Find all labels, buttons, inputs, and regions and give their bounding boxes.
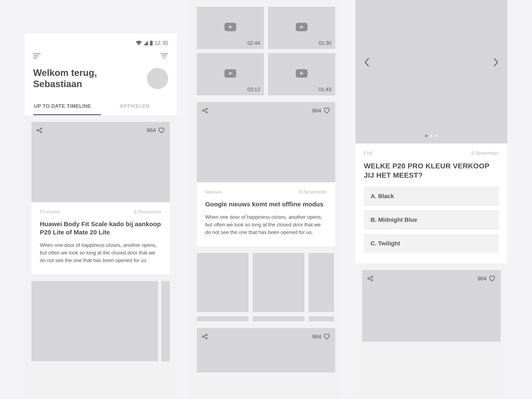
dot[interactable] — [425, 135, 428, 137]
video-tile[interactable]: 02:44 — [197, 7, 264, 49]
svg-line-31 — [369, 279, 372, 280]
status-bar: 12:30 — [33, 39, 168, 50]
svg-point-18 — [206, 108, 207, 109]
svg-line-21 — [204, 111, 206, 112]
avatar[interactable] — [147, 68, 168, 89]
signal-icon — [143, 41, 148, 45]
news-body: Nieuws 8 November Google nieuws komt met… — [197, 182, 335, 246]
news-image: 964 — [197, 102, 335, 182]
svg-point-17 — [202, 110, 204, 111]
share-icon[interactable] — [202, 334, 208, 340]
arrow-right-icon[interactable] — [493, 58, 499, 67]
carousel-dots — [425, 135, 438, 137]
thumb-strip — [197, 253, 335, 312]
thumb-partial[interactable] — [309, 253, 334, 312]
svg-line-26 — [204, 337, 206, 338]
extra-likes[interactable]: 964 — [312, 333, 330, 340]
poll-extra-image: 964 — [362, 270, 500, 342]
play-icon — [296, 23, 308, 31]
poll-card: Poll 8 November WELKE P20 PRO KLEUR VERK… — [355, 144, 507, 263]
svg-line-12 — [38, 131, 41, 132]
thumb[interactable] — [197, 253, 248, 312]
video-tile[interactable]: 01:43 — [268, 53, 335, 95]
welcome-line1: Welkom terug, — [33, 67, 97, 78]
poll-option-c[interactable]: C. Twilight — [364, 234, 499, 253]
svg-point-10 — [40, 131, 42, 133]
svg-point-19 — [206, 112, 207, 113]
video-time: 01:43 — [319, 87, 331, 92]
share-icon[interactable] — [367, 276, 373, 281]
phone-screen-3: Poll 8 November WELKE P20 PRO KLEUR VERK… — [355, 0, 507, 399]
svg-point-8 — [37, 130, 38, 131]
svg-line-20 — [204, 109, 206, 110]
promo-date: 8 November — [134, 209, 161, 215]
promo-likes[interactable]: 964 — [147, 127, 165, 134]
video-time: 01:30 — [319, 40, 331, 46]
news-card[interactable]: 964 Nieuws 8 November Google nieuws komt… — [197, 102, 335, 246]
promo-body: Promotie 8 November Huawei Body Fit Scal… — [32, 202, 170, 274]
wifi-icon — [136, 41, 142, 45]
topbar — [33, 50, 168, 63]
promo-card[interactable]: 964 Promotie 8 November Huawei Body Fit … — [32, 122, 170, 274]
news-category: Nieuws — [205, 189, 222, 195]
dot[interactable] — [435, 135, 438, 137]
arrow-left-icon[interactable] — [364, 58, 370, 67]
poll-date: 8 November — [471, 150, 499, 156]
news-date: 8 November — [299, 189, 327, 195]
video-time: 02:44 — [247, 40, 260, 46]
dot[interactable] — [430, 135, 433, 137]
poll-options: A. Black B. Midnight Blue C. Twilight — [364, 187, 499, 253]
share-icon[interactable] — [202, 108, 208, 114]
news-desc: When one door of happiness closes, anoth… — [205, 213, 327, 236]
video-tile[interactable]: 01:30 — [268, 7, 335, 49]
feed: 964 Promotie 8 November Huawei Body Fit … — [25, 115, 177, 368]
carousel — [355, 0, 507, 144]
welcome-text: Welkom terug, Sebastiaan — [33, 67, 97, 90]
tabs: UP TO DATE TIMELINE ARTIKELEN — [33, 98, 168, 115]
svg-point-23 — [206, 334, 207, 336]
status-time: 12:30 — [154, 40, 168, 46]
tab-timeline[interactable]: UP TO DATE TIMELINE — [33, 98, 101, 115]
svg-point-24 — [206, 338, 207, 339]
news-likes[interactable]: 964 — [312, 107, 330, 114]
video-time: 03:12 — [247, 87, 260, 92]
poll-option-a[interactable]: A. Black — [364, 187, 499, 206]
header: 12:30 Welkom terug, Sebastiaan UP TO DAT… — [25, 34, 177, 115]
image-row — [32, 281, 170, 361]
video-tile[interactable]: 03:12 — [197, 53, 264, 95]
video-grid: 02:44 01:30 03:12 — [197, 7, 335, 102]
svg-point-27 — [368, 278, 369, 279]
share-icon[interactable] — [37, 127, 42, 133]
filter-icon[interactable] — [160, 53, 168, 59]
extra-image: 964 — [197, 328, 335, 372]
likes-count: 964 — [147, 127, 156, 133]
svg-point-29 — [371, 279, 373, 281]
thumb[interactable] — [253, 253, 304, 312]
likes-count: 964 — [478, 275, 487, 282]
poll-extra-likes[interactable]: 964 — [478, 275, 495, 282]
tab-articles[interactable]: ARTIKELEN — [101, 98, 168, 115]
battery-icon — [150, 40, 153, 45]
play-icon — [224, 69, 236, 78]
welcome-line2: Sebastiaan — [33, 78, 97, 90]
svg-rect-1 — [150, 41, 152, 45]
poll-category: Poll — [364, 150, 372, 156]
image-placeholder-partial[interactable] — [161, 281, 170, 361]
extra-card[interactable]: 964 — [197, 328, 335, 372]
poll-option-b[interactable]: B. Midnight Blue — [364, 210, 499, 230]
svg-rect-0 — [151, 40, 152, 41]
promo-desc: When one door of happiness closes, anoth… — [40, 241, 161, 264]
poll-body: Poll 8 November WELKE P20 PRO KLEUR VERK… — [355, 144, 507, 263]
news-title: Google nieuws komt met offline modus — [205, 200, 327, 208]
poll-title: WELKE P20 PRO KLEUR VERKOOP JIJ HET MEES… — [364, 161, 499, 180]
likes-count: 964 — [312, 333, 321, 340]
menu-icon[interactable] — [33, 53, 41, 59]
phone-screen-1: 12:30 Welkom terug, Sebastiaan UP TO DAT… — [25, 34, 177, 399]
phone-screen-2: 02:44 01:30 03:12 — [190, 0, 342, 399]
likes-count: 964 — [312, 108, 321, 114]
indicator-partial — [309, 316, 334, 321]
welcome-row: Welkom terug, Sebastiaan — [33, 63, 168, 98]
poll-extra-card[interactable]: 964 — [362, 270, 500, 342]
image-placeholder[interactable] — [32, 281, 158, 361]
indicator — [253, 316, 304, 321]
